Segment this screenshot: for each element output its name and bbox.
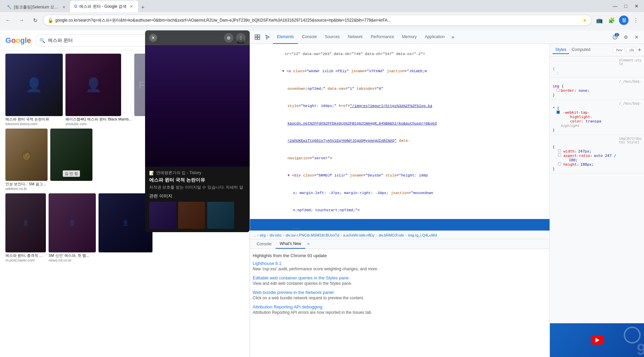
menu-button[interactable]: ⋮	[631, 15, 641, 26]
webkit-checkbox[interactable]	[557, 111, 560, 114]
new-tab-button[interactable]: +	[138, 3, 147, 12]
feature-title-webcontainer[interactable]: Editable web container queries in the St…	[253, 275, 547, 280]
related-image-2[interactable]	[178, 202, 205, 229]
main-area: Google 🔍 에스파 윈터 📷 👤 에스파 윈터 국적 논란이유 totor…	[0, 30, 644, 357]
cast-button[interactable]: 📺	[594, 15, 605, 26]
img-ar-checkbox[interactable]	[558, 154, 561, 157]
feature-title-attribution[interactable]: Attribution Reporting API debugging	[253, 304, 547, 309]
devtools-close-button[interactable]: ✕	[632, 32, 641, 42]
code-line-9: x; margin-left: -37px; margin-right: -38…	[250, 184, 550, 202]
lightbox-close-button[interactable]: ✕	[149, 34, 157, 42]
image-thumbnail-2: 👤	[65, 54, 121, 116]
image-caption-4: 인성 보인다..' SM 걸그룹 '에스파' 멤버 윈터, 과거 싹 다 공개됐…	[5, 182, 48, 187]
bc-img-rgi[interactable]: img.rg_i.Q4LuWd	[408, 233, 437, 237]
devtools-settings-button[interactable]: ⚙	[621, 32, 631, 42]
bookmark-icon[interactable]: ★	[583, 18, 587, 23]
bc-slrg[interactable]: slrg	[260, 233, 266, 237]
tab-console[interactable]: Console	[298, 30, 321, 44]
avatar[interactable]: 정	[619, 16, 628, 25]
feature-text-lighthouse: Lighthouse 8.1 New 'csp-xss' audit, perf…	[253, 261, 547, 271]
tab-close-2[interactable]: ✕	[129, 4, 134, 9]
styles-add-button[interactable]: +	[638, 47, 641, 53]
youtube-play-button[interactable]	[591, 336, 603, 345]
bc-div-islrc[interactable]: div.islrc	[270, 233, 282, 237]
lightbox-header: ✕ ⊕ ⋮	[145, 30, 250, 45]
address-bar[interactable]: 🔒 google.co.kr/search?q=에스파+윈터&hl=ko&aut…	[43, 15, 591, 26]
elements-panel[interactable]: cr="12" data-ow="263" data-ob="749" data…	[250, 44, 550, 231]
search-icon: 🔍	[39, 38, 45, 43]
breadcrumb-bar: ... › slrg › div.islrc › div.isv-r.PNCib…	[250, 231, 550, 239]
console-tab-console[interactable]: Console	[253, 240, 276, 248]
related-image-1[interactable]	[149, 202, 176, 229]
tab-application[interactable]: Application	[421, 30, 449, 44]
browser-toolbar: ← → ↻ 🔒 google.co.kr/search?q=에스파+윈터&hl=…	[0, 12, 644, 28]
image-item-8[interactable]: 👤	[99, 193, 152, 262]
tab-performance[interactable]: Performance	[367, 30, 398, 44]
browser-chrome: 🔧 [윙크롤링]Selenium 모듈을 이용... ✕ G 에스파 윈터 - …	[0, 0, 644, 30]
styles-tab-computed[interactable]: Computed	[569, 46, 593, 54]
window-controls: — □ ✕	[610, 3, 641, 9]
extensions-button[interactable]: 🧩	[606, 15, 617, 26]
code-line-selected[interactable]: ...	[250, 219, 550, 231]
tab-elements[interactable]: Elements	[273, 30, 298, 44]
image-item-4[interactable]: 👩 인성 보인다..' SM 걸그룹 '에스파' 멤버 윈터, 과거 싹 다 공…	[5, 129, 48, 191]
tab-active-2[interactable]: G 에스파 윈터 - Google 검색 ✕	[70, 1, 138, 12]
code-line-3: ousedown:npT2md;" data-nav="1" tabindex=…	[250, 80, 550, 98]
styles-tab-styles[interactable]: Styles	[553, 46, 569, 54]
tab-label-1: [윙크롤링]Selenium 모듈을 이용...	[14, 4, 60, 10]
feature-desc-webcontainer: View and edit web container queries in t…	[253, 281, 547, 286]
minimize-button[interactable]: —	[610, 3, 620, 9]
whatsnew-close-button[interactable]: ✕	[305, 240, 311, 248]
bc-sep-5: ›	[376, 233, 377, 237]
console-tab-whatsnew[interactable]: What's New	[276, 239, 305, 249]
forward-button[interactable]: →	[16, 15, 27, 26]
tab-inactive-1[interactable]: 🔧 [윙크롤링]Selenium 모듈을 이용... ✕	[3, 2, 70, 12]
profile-button[interactable]: 정	[618, 15, 629, 26]
image-thumbnail-1: 👤	[5, 54, 63, 116]
related-image-3[interactable]	[207, 202, 234, 229]
img-height-checkbox[interactable]	[558, 162, 561, 165]
bc-div-isvr[interactable]: div.isv-r.PNCib.MSM1fd.BUooTd	[286, 233, 339, 237]
bc-a-wxewr[interactable]: a.wXeWr.islib.nfEiy	[343, 233, 374, 237]
image-caption-2: 페이스캠4K] 에스파 윈터 'Black Mamb...	[65, 117, 132, 122]
lightbox-related-images	[149, 202, 246, 229]
google-page: Google 🔍 에스파 윈터 📷 👤 에스파 윈터 국적 논란이유 totor…	[0, 30, 250, 357]
styles-hov-button[interactable]: .cls	[626, 47, 637, 53]
star-style-source: /_/mss/boq-	[553, 102, 641, 105]
maximize-button[interactable]: □	[621, 3, 631, 9]
devtools-cursor-button[interactable]	[263, 32, 272, 42]
img-style-rule: border: none;	[553, 88, 641, 93]
img-border-checkbox[interactable]	[557, 89, 560, 92]
image-source-6: m.post.naver.com	[5, 258, 46, 262]
devtools-badge[interactable]: 2	[610, 32, 620, 42]
lightbox-more-button[interactable]: ⋮	[236, 33, 246, 43]
reload-button[interactable]: ↻	[30, 15, 40, 26]
feature-desc-webbundle: Click on a web bundle network request to…	[253, 296, 547, 300]
close-button[interactable]: ✕	[632, 3, 641, 9]
feature-title-lighthouse[interactable]: Lighthouse 8.1	[253, 261, 547, 266]
image-item-5[interactable]: 김 민 정	[50, 129, 92, 191]
image-item-7[interactable]: 👤 SM 신인' 에스파, 첫 멤... news.mt.co.kr	[49, 193, 96, 262]
tab-sources[interactable]: Sources	[321, 30, 344, 44]
image-item-2[interactable]: 👤 페이스캠4K] 에스파 윈터 'Black Mamb... youtube.…	[65, 54, 132, 126]
img-style-source: /_/mss/boq-	[553, 80, 641, 83]
tab-memory[interactable]: Memory	[398, 30, 421, 44]
devtools-left: cr="12" data-ow="263" data-ob="749" data…	[250, 44, 550, 357]
lightbox-zoom-button[interactable]: ⊕	[224, 33, 233, 43]
devtools-inspect-button[interactable]	[253, 32, 262, 42]
img-width-checkbox[interactable]	[558, 149, 561, 152]
element-style-empty: }	[553, 71, 641, 75]
tab-network[interactable]: Network	[344, 30, 367, 44]
devtools-more-tabs[interactable]: »	[449, 30, 457, 44]
feature-item-webbundle: Web bundle preview in the Network panel …	[253, 290, 547, 300]
image-item-6[interactable]: 👤 에스파 윈터, 충격적 과거 사진...동창의 악의... m.post.n…	[5, 193, 46, 262]
feature-text-webcontainer: Editable web container queries in the St…	[253, 275, 547, 286]
bc-sep-2: ›	[267, 233, 269, 237]
feature-item-attribution: Attribution Reporting API debugging Attr…	[253, 304, 547, 315]
styles-cls-button[interactable]: :hov	[613, 47, 625, 53]
back-button[interactable]: ←	[3, 15, 13, 26]
feature-title-webbundle[interactable]: Web bundle preview in the Network panel	[253, 290, 547, 295]
image-item-1[interactable]: 👤 에스파 윈터 국적 논란이유 totoromi.tistory.com	[5, 54, 63, 126]
bc-div-brmdjf[interactable]: div.bRMDJf.islir	[379, 233, 404, 237]
tab-close-1[interactable]: ✕	[62, 4, 66, 10]
